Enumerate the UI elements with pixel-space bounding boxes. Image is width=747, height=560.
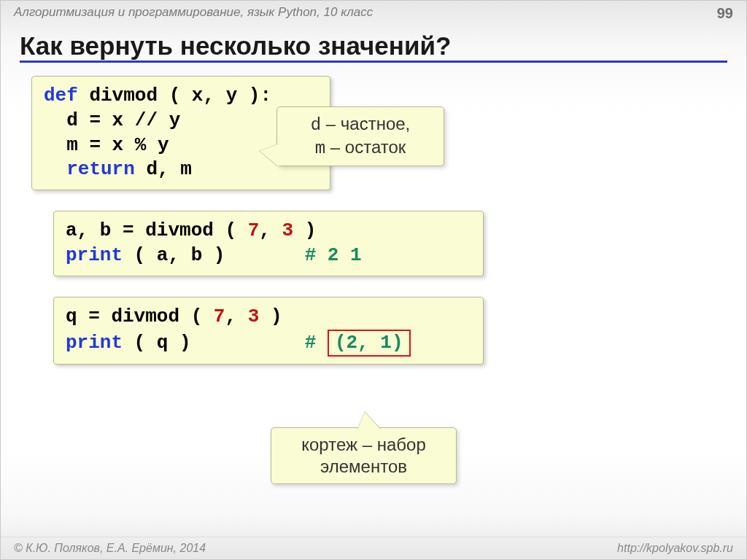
call1-print: print — [66, 244, 123, 266]
title-bar: Как вернуть несколько значений? — [20, 31, 727, 63]
slide-footer: © К.Ю. Поляков, Е.А. Ерёмин, 2014 http:/… — [1, 537, 746, 555]
call2-arg1: 7 — [214, 306, 225, 327]
call2-arg2: 3 — [248, 306, 260, 327]
callout1-m: m — [315, 139, 325, 158]
copyright: © К.Ю. Поляков, Е.А. Ерёмин, 2014 — [14, 542, 206, 555]
call2-print: print — [66, 332, 123, 354]
call2-assign: q = divmod — [66, 306, 179, 327]
call2-open: ( — [179, 306, 214, 327]
keyword-def: def — [44, 85, 78, 106]
def-line3: m = x % y — [44, 134, 169, 156]
call2-sep: , — [225, 306, 247, 327]
callout-tail-icon — [260, 144, 279, 167]
page-title: Как вернуть несколько значений? — [20, 31, 727, 61]
page-number: 99 — [717, 5, 733, 26]
keyword-return: return — [44, 158, 135, 180]
callout1-line1: d – частное, — [289, 113, 432, 136]
def-line2: d = x // y — [44, 109, 180, 131]
slide-header: Алгоритмизация и программирование, язык … — [1, 1, 746, 26]
call1-close: ) — [293, 219, 316, 241]
call2-close: ) — [259, 306, 282, 327]
code-block-call1: a, b = divmod ( 7, 3 ) print ( a, b ) # … — [53, 211, 484, 276]
call1-comment: # 2 1 — [305, 244, 362, 266]
callout1-line2: m – остаток — [289, 136, 432, 160]
callout-tail-icon — [357, 412, 381, 429]
callout1-l2b: – остаток — [325, 137, 406, 157]
content-area: def divmod ( x, y ): d = x // y m = x % … — [1, 63, 746, 365]
callout-quotient-remainder: d – частное, m – остаток — [276, 106, 444, 166]
callout1-d: d — [311, 115, 321, 135]
footer-url: http://kpolyakov.spb.ru — [617, 542, 733, 555]
callout2-line1: кортеж – набор — [283, 434, 444, 456]
call1-print-tail: ( a, b ) — [123, 244, 305, 266]
code-block-call2: q = divmod ( 7, 3 ) print ( q ) # (2, 1) — [53, 297, 484, 365]
return-tail: d, m — [135, 158, 192, 180]
callout-tuple: кортеж – набор элементов — [271, 427, 457, 484]
call2-print-tail: ( q ) — [123, 332, 305, 354]
call1-arg1: 7 — [248, 219, 260, 241]
subject-line: Алгоритмизация и программирование, язык … — [14, 5, 373, 26]
call2-hash: # — [305, 332, 328, 354]
call1-sep: , — [259, 219, 282, 241]
call1-arg2: 3 — [282, 219, 293, 241]
tuple-result-box: (2, 1) — [328, 330, 411, 357]
def-signature: divmod ( x, y ): — [78, 85, 271, 106]
call1-open: ( — [214, 219, 248, 241]
call1-assign: a, b = divmod — [66, 219, 214, 241]
callout1-l1b: – частное, — [321, 114, 410, 133]
callout2-line2: элементов — [283, 456, 444, 478]
